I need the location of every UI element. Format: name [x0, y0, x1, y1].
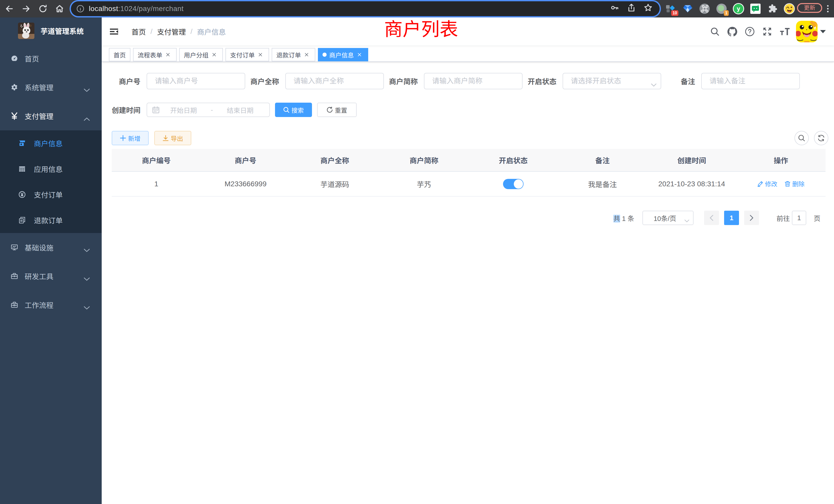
extension-green-dot-icon[interactable]: 1	[716, 3, 727, 14]
chevron-down-icon	[651, 79, 657, 89]
sidebar-item-app-info[interactable]: 应用信息	[0, 156, 102, 182]
site-info-icon[interactable]	[76, 5, 84, 13]
merchant-no-input[interactable]	[147, 73, 245, 89]
url-path: :1024/pay/merchant	[118, 5, 183, 13]
start-date-placeholder[interactable]: 开始日期	[159, 105, 208, 115]
user-avatar[interactable]	[796, 21, 817, 42]
delete-link[interactable]: 删除	[785, 179, 805, 188]
remark-input[interactable]	[701, 73, 800, 89]
pagination-total: 共 1 条	[613, 213, 634, 223]
url-bar[interactable]: localhost:1024/pay/merchant	[71, 1, 660, 16]
extension-emoji-icon[interactable]	[784, 3, 795, 14]
tags-view: 首页 流程表单 用户分组 支付订单 退款订单 商户信息	[102, 45, 834, 62]
next-page-button[interactable]	[744, 211, 759, 225]
sidebar-item-pay-order[interactable]: 支付订单	[0, 182, 102, 207]
home-icon[interactable]	[55, 4, 64, 13]
refresh-button[interactable]	[814, 131, 828, 145]
tag-flow-form[interactable]: 流程表单	[133, 48, 177, 61]
sidebar-item-system[interactable]: 系统管理	[0, 73, 102, 101]
close-icon[interactable]	[210, 50, 218, 59]
close-icon[interactable]	[303, 50, 311, 59]
extension-yuque-icon[interactable]: y	[733, 3, 744, 14]
extension-command-icon[interactable]	[699, 3, 710, 14]
goto-page-input[interactable]	[792, 211, 806, 225]
page-suffix: 页	[814, 213, 820, 223]
close-icon[interactable]	[164, 50, 172, 59]
toggle-search-button[interactable]	[794, 131, 809, 145]
status-select-input[interactable]	[563, 73, 661, 89]
current-page[interactable]: 1	[724, 211, 739, 225]
fullscreen-icon[interactable]	[759, 18, 776, 45]
reset-button[interactable]: 重置	[317, 102, 357, 117]
date-range-picker[interactable]: 开始日期 - 结束日期	[147, 102, 270, 117]
export-button[interactable]: 导出	[154, 131, 191, 145]
sidebar-item-merchant-info[interactable]: 商户信息	[0, 130, 102, 156]
breadcrumb-current: 商户信息	[197, 26, 226, 37]
extension-blue-diamond-icon[interactable]: 10	[665, 3, 676, 14]
back-icon[interactable]	[5, 4, 14, 13]
cell-no: M233666999	[201, 171, 290, 196]
total-count: 1	[622, 215, 626, 223]
caret-down-icon[interactable]	[820, 30, 826, 33]
merchant-short-input[interactable]	[424, 73, 523, 89]
pagination-jumper: 前往 页	[776, 211, 820, 225]
end-date-placeholder[interactable]: 结束日期	[216, 105, 264, 115]
tag-home[interactable]: 首页	[109, 48, 130, 61]
bookmark-star-icon[interactable]	[644, 3, 653, 14]
chevron-down-icon	[684, 216, 689, 224]
export-button-label: 导出	[171, 134, 183, 143]
help-icon[interactable]	[741, 18, 759, 45]
chevron-up-icon	[84, 114, 90, 123]
dot	[827, 11, 829, 12]
sidebar-logo[interactable]: 芋道管理系统	[0, 18, 102, 44]
sidebar-item-devtools[interactable]: 研发工具	[0, 262, 102, 291]
status-toggle[interactable]	[503, 179, 524, 189]
extension-chat-icon[interactable]	[750, 3, 761, 14]
svg-text:y: y	[737, 5, 740, 12]
cell-actions: 修改 删除	[737, 171, 826, 196]
status-select[interactable]	[563, 73, 661, 89]
sidebar-item-workflow[interactable]: 工作流程	[0, 291, 102, 319]
goto-label: 前往	[776, 213, 790, 223]
prev-page-button[interactable]	[704, 211, 719, 225]
key-icon[interactable]	[610, 3, 619, 14]
forward-icon[interactable]	[22, 4, 31, 13]
search-button[interactable]: 搜索	[275, 102, 312, 117]
browser-update-button[interactable]: 更新	[797, 3, 822, 13]
tag-label: 商户信息	[329, 50, 354, 59]
breadcrumb-payment[interactable]: 支付管理	[157, 26, 186, 37]
merchant-name-input[interactable]	[285, 73, 384, 89]
add-button[interactable]: 新增	[112, 131, 149, 145]
close-icon[interactable]	[355, 50, 364, 59]
sidebar-item-payment[interactable]: 支付管理	[0, 101, 102, 130]
sidebar-item-infra[interactable]: 基础设施	[0, 233, 102, 262]
page-size-select[interactable]: 10条/页	[642, 211, 694, 225]
pagination: 共 1 条 10条/页 1 前往 页	[112, 211, 826, 225]
share-icon[interactable]	[627, 3, 636, 14]
reload-icon[interactable]	[39, 4, 47, 13]
browser-menu-icon[interactable]	[826, 4, 830, 13]
input-wrap	[285, 73, 384, 89]
sidebar-item-refund-order[interactable]: 退款订单	[0, 207, 102, 233]
tag-refund-order[interactable]: 退款订单	[272, 48, 315, 61]
github-icon[interactable]	[724, 18, 741, 45]
breadcrumb-home[interactable]: 首页	[131, 26, 146, 37]
filter-merchant-name: 商户全称	[250, 73, 384, 89]
close-icon[interactable]	[256, 50, 264, 59]
sidebar: 芋道管理系统 首页 系统管理 支付管理	[0, 18, 102, 504]
tag-merchant-info[interactable]: 商户信息	[318, 48, 368, 61]
tag-label: 用户分组	[184, 50, 208, 59]
edit-link[interactable]: 修改	[757, 179, 777, 188]
cell-name: 芋道源码	[290, 171, 379, 196]
tag-pay-order[interactable]: 支付订单	[225, 48, 269, 61]
filter-status: 开启状态	[528, 73, 661, 89]
header-search-icon[interactable]	[706, 18, 724, 45]
tag-user-group[interactable]: 用户分组	[179, 48, 223, 61]
font-size-icon[interactable]	[776, 18, 793, 45]
extension-gem-icon[interactable]	[682, 3, 693, 14]
grid-icon	[19, 165, 26, 173]
sidebar-item-home[interactable]: 首页	[0, 44, 102, 73]
extensions-puzzle-icon[interactable]	[767, 3, 778, 14]
extension-badge: 1	[724, 10, 729, 16]
hamburger-icon[interactable]	[110, 27, 118, 36]
